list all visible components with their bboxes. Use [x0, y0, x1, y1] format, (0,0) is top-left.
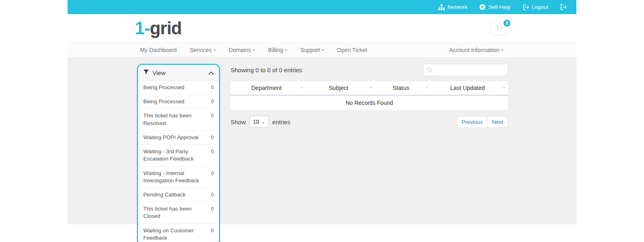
sign-out-icon[interactable]	[560, 4, 567, 10]
filter-count: 0	[211, 134, 214, 141]
page-container: Network Self-Help Logout	[68, 0, 576, 224]
logo-part-2: grid	[150, 18, 182, 38]
network-icon	[438, 4, 445, 10]
previous-page-button[interactable]: Previous	[457, 116, 488, 128]
cart-icon	[495, 25, 504, 33]
search-input[interactable]	[423, 64, 508, 76]
nav-item-billing[interactable]: Billing ▾	[268, 47, 287, 53]
self-help-link[interactable]: Self-Help	[479, 4, 511, 10]
filter-icon	[143, 69, 149, 76]
column-header-last-updated[interactable]: Last Updated ▲	[430, 81, 508, 95]
nav-item-services[interactable]: Services ▾	[190, 47, 215, 53]
sort-asc-icon: ▲	[425, 85, 428, 89]
logout-icon	[523, 4, 529, 10]
column-header-department[interactable]: Department ▲	[231, 81, 305, 95]
top-utility-bar: Network Self-Help Logout	[68, 0, 576, 14]
caret-down-icon: ▾	[214, 48, 216, 52]
filter-count: 0	[211, 227, 214, 234]
caret-down-icon: ▾	[285, 48, 287, 52]
nav-item-domains[interactable]: Domains ▾	[229, 47, 255, 53]
main-nav: My Dashboard Services ▾ Domains ▾ Billin…	[68, 42, 576, 58]
filter-count: 0	[211, 98, 214, 105]
view-filter-pending-callback[interactable]: Pending Callback 0	[138, 188, 219, 202]
column-header-status[interactable]: Status ▲	[375, 81, 430, 95]
caret-down-icon: ▾	[322, 48, 324, 52]
nav-item-support[interactable]: Support ▾	[300, 47, 324, 53]
filter-count: 0	[211, 112, 214, 119]
self-help-icon	[479, 4, 485, 10]
tickets-section: Showing 0 to 0 of 0 entries Department ▲	[231, 64, 508, 128]
network-link[interactable]: Network	[438, 4, 468, 10]
nav-item-account-information[interactable]: Account Information ▾	[449, 47, 576, 53]
page-length-control: Show 10 ⌄ entries	[231, 116, 291, 128]
caret-down-icon: ▾	[501, 48, 503, 52]
sort-asc-icon: ▲	[300, 85, 303, 89]
column-header-subject[interactable]: Subject ▲	[305, 81, 375, 95]
chevron-up-icon	[208, 69, 214, 76]
view-filter-resolved[interactable]: This ticket has been Resolved 0	[138, 109, 219, 130]
filter-count: 0	[211, 191, 214, 198]
nav-item-my-dashboard[interactable]: My Dashboard	[140, 47, 177, 53]
pagination: Previous Next	[457, 116, 508, 128]
search-icon	[427, 67, 433, 73]
logo-header: 1-grid 0	[68, 14, 576, 42]
sort-asc-icon: ▲	[502, 85, 506, 89]
view-filter-3rd-party-escalation[interactable]: Waiting - 3rd Party Escalation Feedback …	[138, 145, 219, 166]
caret-down-icon: ▾	[253, 48, 255, 52]
view-filter-internal-investigation[interactable]: Waiting - Internal Investigation Feedbac…	[138, 167, 219, 188]
search-box	[423, 64, 508, 76]
logout-label: Logout	[532, 4, 548, 10]
filter-count: 0	[211, 205, 214, 212]
self-help-label: Self-Help	[488, 4, 511, 10]
filter-count: 0	[211, 170, 214, 177]
tickets-table: Department ▲ Subject ▲ Status ▲ Last Upd…	[231, 81, 508, 111]
logo[interactable]: 1-grid	[135, 18, 182, 38]
showing-entries-text: Showing 0 to 0 of 0 entries	[231, 67, 302, 73]
logo-part-1: 1-	[135, 18, 150, 38]
cart-button[interactable]: 0	[491, 22, 508, 35]
nav-item-open-ticket[interactable]: Open Ticket	[337, 47, 367, 53]
sort-asc-icon: ▲	[369, 85, 373, 89]
view-panel-title: View	[153, 69, 165, 76]
logout-link[interactable]: Logout	[523, 4, 548, 10]
view-filter-being-processed-1[interactable]: Being Processed 0	[138, 81, 219, 95]
network-label: Network	[448, 4, 468, 10]
main-area: View Being Processed 0 Being Processed 0…	[68, 58, 576, 224]
view-filter-waiting-customer-feedback[interactable]: Waiting on Customer Feedback 0	[138, 224, 219, 242]
view-filter-panel: View Being Processed 0 Being Processed 0…	[137, 64, 220, 242]
view-filter-being-processed-2[interactable]: Being Processed 0	[138, 95, 219, 109]
filter-count: 0	[211, 148, 214, 155]
page-length-select[interactable]: 10 ⌄	[250, 116, 269, 128]
no-records-row: No Records Found	[231, 96, 508, 111]
view-panel-header[interactable]: View	[138, 65, 219, 81]
entries-label: entries	[272, 119, 291, 125]
chevron-down-icon: ⌄	[262, 119, 265, 125]
next-page-button[interactable]: Next	[487, 116, 508, 128]
filter-count: 0	[211, 84, 214, 91]
cart-count-badge: 0	[504, 20, 510, 27]
show-label: Show	[231, 119, 246, 125]
view-filter-closed[interactable]: This ticket has been Closed 0	[138, 202, 219, 223]
view-filter-waiting-popi-approval[interactable]: Waiting POPI Approval 0	[138, 131, 219, 145]
